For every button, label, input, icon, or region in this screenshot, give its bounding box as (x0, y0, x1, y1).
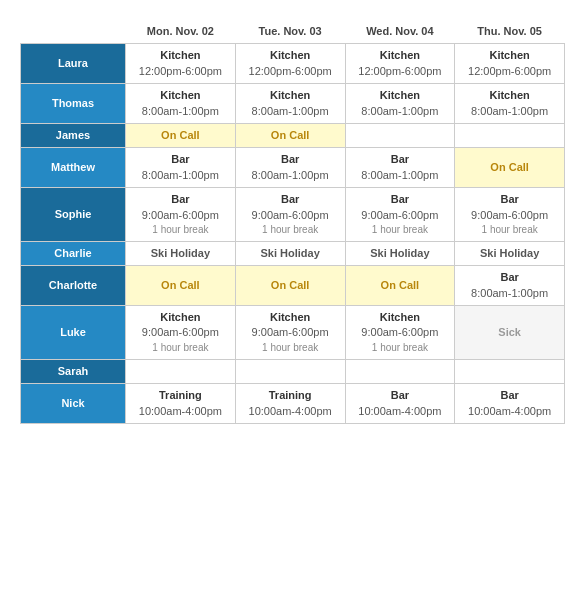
shift-time: 8:00am-1:00pm (349, 104, 452, 119)
cell-sophie-2: Bar9:00am-6:00pm1 hour break (345, 188, 455, 242)
cell-laura-2: Kitchen12:00pm-6:00pm (345, 44, 455, 84)
shift-name: Kitchen (349, 48, 452, 63)
cell-luke-3: Sick (455, 306, 565, 360)
shift-name: Kitchen (458, 48, 561, 63)
name-cell-charlie: Charlie (21, 241, 126, 265)
table-row: ThomasKitchen8:00am-1:00pmKitchen8:00am-… (21, 84, 565, 124)
cell-sarah-1 (235, 359, 345, 383)
shift-name: Bar (458, 192, 561, 207)
cell-charlotte-1: On Call (235, 266, 345, 306)
shift-name: Bar (239, 152, 342, 167)
day-header-3: Thu. Nov. 05 (455, 20, 565, 44)
shift-break: 1 hour break (349, 223, 452, 237)
cell-laura-1: Kitchen12:00pm-6:00pm (235, 44, 345, 84)
cell-nick-3: Bar10:00am-4:00pm (455, 384, 565, 424)
shift-name: Kitchen (129, 48, 232, 63)
shift-name: Kitchen (458, 88, 561, 103)
shift-time: 8:00am-1:00pm (239, 104, 342, 119)
cell-thomas-0: Kitchen8:00am-1:00pm (126, 84, 236, 124)
cell-james-2 (345, 123, 455, 147)
name-cell-laura: Laura (21, 44, 126, 84)
table-row: SophieBar9:00am-6:00pm1 hour breakBar9:0… (21, 188, 565, 242)
cell-sarah-0 (126, 359, 236, 383)
shift-break: 1 hour break (129, 341, 232, 355)
shift-time: 10:00am-4:00pm (349, 404, 452, 419)
shift-time: 10:00am-4:00pm (458, 404, 561, 419)
shift-name: Bar (458, 270, 561, 285)
cell-james-1: On Call (235, 123, 345, 147)
holiday-label: Ski Holiday (349, 246, 452, 261)
name-cell-charlotte: Charlotte (21, 266, 126, 306)
table-row: JamesOn CallOn Call (21, 123, 565, 147)
cell-charlotte-0: On Call (126, 266, 236, 306)
oncall-label: On Call (239, 278, 342, 293)
shift-name: Bar (458, 388, 561, 403)
cell-sarah-3 (455, 359, 565, 383)
shift-break: 1 hour break (458, 223, 561, 237)
shift-time: 8:00am-1:00pm (129, 168, 232, 183)
name-cell-nick: Nick (21, 384, 126, 424)
shift-time: 9:00am-6:00pm (239, 208, 342, 223)
shift-name: Kitchen (349, 88, 452, 103)
cell-james-0: On Call (126, 123, 236, 147)
shift-time: 9:00am-6:00pm (458, 208, 561, 223)
oncall-label: On Call (239, 128, 342, 143)
cell-charlie-1: Ski Holiday (235, 241, 345, 265)
shift-time: 8:00am-1:00pm (239, 168, 342, 183)
shift-time: 12:00pm-6:00pm (239, 64, 342, 79)
cell-luke-2: Kitchen9:00am-6:00pm1 hour break (345, 306, 455, 360)
table-row: MatthewBar8:00am-1:00pmBar8:00am-1:00pmB… (21, 148, 565, 188)
oncall-label: On Call (129, 128, 232, 143)
cell-sophie-0: Bar9:00am-6:00pm1 hour break (126, 188, 236, 242)
holiday-label: Ski Holiday (239, 246, 342, 261)
holiday-label: Ski Holiday (129, 246, 232, 261)
shift-name: Bar (129, 152, 232, 167)
shift-name: Bar (349, 192, 452, 207)
cell-sophie-1: Bar9:00am-6:00pm1 hour break (235, 188, 345, 242)
day-header-2: Wed. Nov. 04 (345, 20, 455, 44)
shift-break: 1 hour break (239, 341, 342, 355)
oncall-label: On Call (349, 278, 452, 293)
cell-matthew-3: On Call (455, 148, 565, 188)
table-row: CharlieSki HolidaySki HolidaySki Holiday… (21, 241, 565, 265)
shift-time: 12:00pm-6:00pm (349, 64, 452, 79)
cell-nick-0: Training10:00am-4:00pm (126, 384, 236, 424)
shift-name: Kitchen (239, 48, 342, 63)
shift-time: 8:00am-1:00pm (458, 104, 561, 119)
name-cell-thomas: Thomas (21, 84, 126, 124)
name-header (21, 20, 126, 44)
cell-sarah-2 (345, 359, 455, 383)
table-row: Sarah (21, 359, 565, 383)
sick-label: Sick (458, 325, 561, 340)
day-header-0: Mon. Nov. 02 (126, 20, 236, 44)
table-row: CharlotteOn CallOn CallOn CallBar8:00am-… (21, 266, 565, 306)
table-row: NickTraining10:00am-4:00pmTraining10:00a… (21, 384, 565, 424)
shift-break: 1 hour break (129, 223, 232, 237)
shift-name: Kitchen (349, 310, 452, 325)
name-cell-luke: Luke (21, 306, 126, 360)
shift-name: Training (239, 388, 342, 403)
cell-thomas-1: Kitchen8:00am-1:00pm (235, 84, 345, 124)
shift-name: Bar (129, 192, 232, 207)
shift-name: Bar (349, 152, 452, 167)
cell-charlotte-2: On Call (345, 266, 455, 306)
shift-time: 8:00am-1:00pm (349, 168, 452, 183)
cell-laura-3: Kitchen12:00pm-6:00pm (455, 44, 565, 84)
name-cell-james: James (21, 123, 126, 147)
shift-time: 10:00am-4:00pm (239, 404, 342, 419)
cell-thomas-3: Kitchen8:00am-1:00pm (455, 84, 565, 124)
cell-matthew-2: Bar8:00am-1:00pm (345, 148, 455, 188)
cell-laura-0: Kitchen12:00pm-6:00pm (126, 44, 236, 84)
cell-thomas-2: Kitchen8:00am-1:00pm (345, 84, 455, 124)
cell-charlie-2: Ski Holiday (345, 241, 455, 265)
shift-time: 8:00am-1:00pm (129, 104, 232, 119)
day-header-1: Tue. Nov. 03 (235, 20, 345, 44)
table-row: LauraKitchen12:00pm-6:00pmKitchen12:00pm… (21, 44, 565, 84)
shift-name: Kitchen (239, 310, 342, 325)
shift-break: 1 hour break (349, 341, 452, 355)
table-row: LukeKitchen9:00am-6:00pm1 hour breakKitc… (21, 306, 565, 360)
shift-time: 9:00am-6:00pm (349, 325, 452, 340)
shift-name: Kitchen (129, 88, 232, 103)
shift-time: 8:00am-1:00pm (458, 286, 561, 301)
shift-time: 9:00am-6:00pm (129, 208, 232, 223)
